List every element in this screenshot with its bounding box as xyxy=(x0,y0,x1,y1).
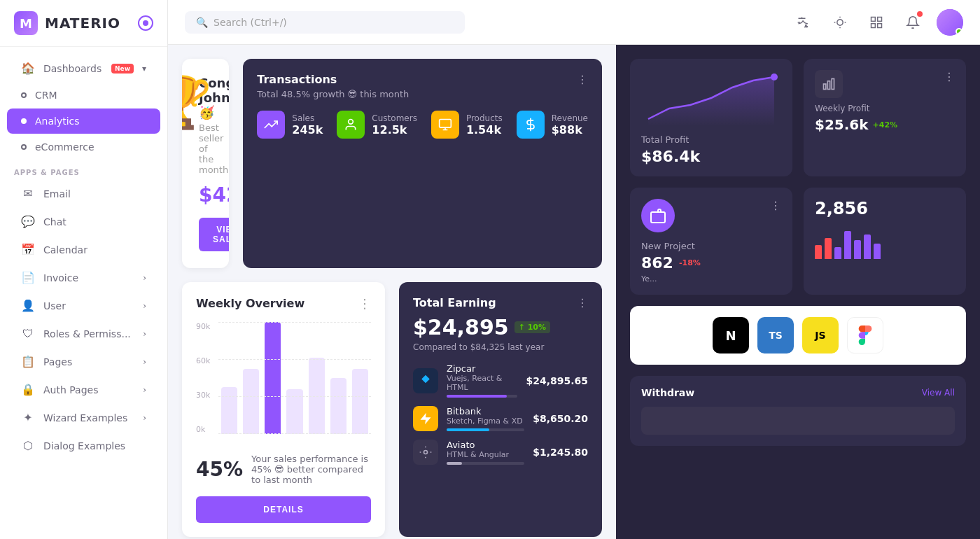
revenue-label: Revenue xyxy=(552,113,588,123)
withdraw-view-all[interactable]: View All xyxy=(922,388,955,398)
bitbank-name: Bitbank xyxy=(447,406,524,416)
weekly-percentage: 45% xyxy=(196,458,243,481)
earning-menu-button[interactable]: ⋮ xyxy=(577,296,588,309)
svg-rect-17 xyxy=(832,79,834,90)
chart-icon xyxy=(815,70,843,98)
svg-rect-7 xyxy=(872,23,876,27)
weekly-profit-menu[interactable]: ⋮ xyxy=(944,70,955,83)
chevron-right-icon4: › xyxy=(143,357,146,367)
pages-icon: 📋 xyxy=(21,355,35,368)
aviato-icon xyxy=(413,440,438,465)
new-project-label: New Project xyxy=(641,241,781,251)
weekly-footer: 45% Your sales performance is 45% 😎 bett… xyxy=(196,454,371,485)
products-label: Products xyxy=(466,113,503,123)
count-bar xyxy=(854,240,861,260)
sidebar-item-email[interactable]: ✉ Email xyxy=(7,180,160,207)
weekly-chart: 0k 30k 60k 90k xyxy=(196,322,371,448)
email-icon: ✉ xyxy=(21,187,35,200)
chart-bar xyxy=(286,389,302,434)
earning-amount-value: $24,895 xyxy=(413,315,509,340)
sidebar-logo-area: M MATERIO xyxy=(0,0,167,47)
chart-bar xyxy=(309,358,325,434)
sidebar-dialog-label: Dialog Examples xyxy=(43,440,146,451)
sidebar-item-crm[interactable]: CRM xyxy=(7,83,160,108)
transactions-title: Transactions xyxy=(257,73,409,86)
sidebar-item-roles[interactable]: 🛡 Roles & Permiss... › xyxy=(7,320,160,347)
tech-logos-card: N TS JS xyxy=(630,306,966,365)
count-card: 2,856 xyxy=(804,188,966,295)
sidebar-item-calendar[interactable]: 📅 Calendar xyxy=(7,236,160,263)
search-box[interactable]: 🔍 Search (Ctrl+/) xyxy=(185,11,465,34)
sidebar-item-user[interactable]: 👤 User › xyxy=(7,292,160,319)
sidebar-item-analytics[interactable]: Analytics xyxy=(7,108,160,134)
sidebar-item-invoice[interactable]: 📄 Invoice › xyxy=(7,264,160,291)
zipcar-name: Zipcar xyxy=(447,363,517,374)
weekly-profit-label: Weekly Profit xyxy=(815,104,955,113)
user-icon: 👤 xyxy=(21,299,35,312)
new-project-badge: -18% xyxy=(679,258,701,267)
withdraw-title: Withdraw xyxy=(641,387,694,398)
products-value: 1.54k xyxy=(466,123,503,136)
svg-point-0 xyxy=(837,19,843,24)
bitbank-sub: Sketch, Figma & XD xyxy=(447,416,524,426)
sidebar-item-ecommerce[interactable]: eCommerce xyxy=(7,134,160,160)
aviato-progress: Aviato HTML & Angular xyxy=(447,440,524,465)
sidebar-pages-label: Pages xyxy=(43,356,134,368)
right-row1: Total Profit $86.4k ⋮ Weekly Profit $25.… xyxy=(630,59,966,176)
congrats-amount: $42.8k xyxy=(199,183,212,206)
typescript-logo: TS xyxy=(757,317,794,354)
sidebar-item-wizard[interactable]: ✦ Wizard Examples › xyxy=(7,404,160,431)
stat-sales: Sales 245k xyxy=(257,111,323,139)
details-button[interactable]: DETAILS xyxy=(196,496,371,523)
new-project-menu[interactable]: ⋮ xyxy=(770,199,781,212)
chart-bar xyxy=(352,369,368,434)
weekly-menu-button[interactable]: ⋮ xyxy=(358,296,371,311)
user-avatar[interactable] xyxy=(937,9,963,36)
grid-icon[interactable] xyxy=(864,10,889,35)
weekly-profit-value: $25.6k xyxy=(815,116,869,133)
sidebar-item-dashboards[interactable]: 🏠 Dashboards New ▾ xyxy=(7,55,160,82)
translate-icon[interactable] xyxy=(791,10,816,35)
sidebar-item-pages[interactable]: 📋 Pages › xyxy=(7,348,160,375)
sidebar-invoice-label: Invoice xyxy=(43,272,134,284)
chart-bar xyxy=(265,322,281,434)
transactions-card: Transactions Total 48.5% growth 😎 this m… xyxy=(243,59,602,268)
chevron-right-icon: › xyxy=(143,273,146,283)
chat-icon: 💬 xyxy=(21,215,35,228)
notification-button[interactable] xyxy=(900,10,925,35)
aviato-name: Aviato xyxy=(447,440,524,450)
svg-rect-6 xyxy=(878,17,882,21)
sidebar-toggle-button[interactable] xyxy=(138,15,153,31)
transactions-menu-button[interactable]: ⋮ xyxy=(577,73,588,86)
sidebar-item-auth[interactable]: 🔒 Auth Pages › xyxy=(7,376,160,403)
earning-items-list: Zipcar Vuejs, React & HTML $24,895.65 xyxy=(413,363,588,465)
app-name: MATERIO xyxy=(45,15,120,31)
zipcar-amount: $24,895.65 xyxy=(526,375,588,386)
stat-revenue: Revenue $88k xyxy=(517,111,588,139)
sidebar-item-chat[interactable]: 💬 Chat xyxy=(7,208,160,235)
sidebar-dashboards-label: Dashboards xyxy=(43,63,103,74)
earning-badge: ↑ 10% xyxy=(514,321,550,333)
svg-rect-16 xyxy=(827,81,830,90)
sidebar-roles-label: Roles & Permiss... xyxy=(43,328,134,340)
content-area: Congratulations John! 🥳 Best seller of t… xyxy=(168,45,980,539)
sidebar-crm-label: CRM xyxy=(35,90,146,101)
count-bar xyxy=(874,244,881,260)
earning-header: Total Earning ⋮ xyxy=(413,296,588,309)
sidebar-item-dialog[interactable]: ⬡ Dialog Examples xyxy=(7,432,160,459)
count-bar xyxy=(825,238,832,259)
total-profit-value: $86.4k xyxy=(641,148,781,165)
withdraw-header: Withdraw View All xyxy=(641,387,955,398)
chart-bar xyxy=(221,387,237,434)
sidebar-nav: 🏠 Dashboards New ▾ CRM Analytics eCommer… xyxy=(0,47,167,539)
chart-bar xyxy=(330,378,346,434)
sales-icon xyxy=(257,111,285,139)
chevron-down-icon: ▾ xyxy=(142,64,146,74)
wizard-icon: ✦ xyxy=(21,411,35,424)
theme-icon[interactable] xyxy=(827,10,853,35)
sidebar-user-label: User xyxy=(43,300,134,312)
view-sales-button[interactable]: VIEW SALES xyxy=(199,218,229,251)
weekly-header: Weekly Overview ⋮ xyxy=(196,296,371,311)
customers-label: Customers xyxy=(372,113,417,123)
weekly-overview-card: Weekly Overview ⋮ 0k 30k 60k 90k xyxy=(182,282,385,537)
